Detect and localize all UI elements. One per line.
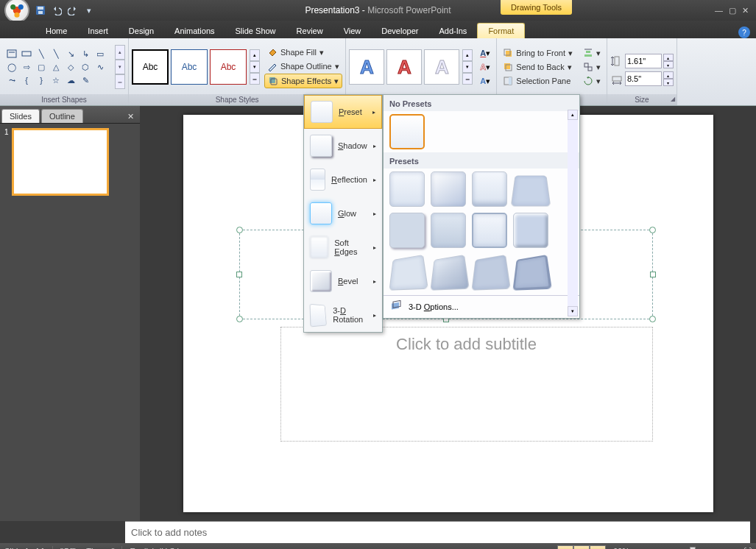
undo-icon[interactable] [50,4,63,17]
text-fill-button[interactable]: A▾ [477,46,493,60]
preset-10[interactable] [430,255,469,291]
shape-connector-icon[interactable]: ↳ [78,47,93,60]
notes-pane[interactable]: Click to add notes [125,521,750,543]
wa-swatch-3[interactable]: A [424,49,459,85]
shape-arrow-icon[interactable]: ↘ [63,47,78,60]
preset-4[interactable] [511,175,551,206]
text-effects-button[interactable]: A▾ [477,74,493,88]
shape-brace2-icon[interactable]: } [34,74,49,87]
style-swatch-3[interactable]: Abc [210,49,247,85]
panel-tab-outline[interactable]: Outline [41,109,83,123]
wa-swatch-1[interactable]: A [349,49,384,85]
shape-curve1-icon[interactable]: ∿ [93,60,107,74]
preset-6[interactable] [431,213,466,248]
sorter-view-button[interactable]: ▤ [573,545,590,549]
height-input[interactable] [625,54,662,68]
panel-tab-slides[interactable]: Slides [1,109,40,123]
close-icon[interactable]: ✕ [742,6,749,15]
help-icon[interactable]: ? [738,26,750,38]
tab-format[interactable]: Format [477,23,525,38]
shape-oval-icon[interactable]: ◯ [4,60,19,74]
fx-3d-rotation[interactable]: 3-D Rotation▸ [304,298,382,332]
resize-handle[interactable] [236,227,243,233]
tab-insert[interactable]: Insert [77,24,119,38]
chevron-up-icon[interactable]: ▴ [250,49,260,61]
preset-1[interactable] [389,171,425,207]
tab-addins[interactable]: Add-Ins [428,24,477,38]
style-gallery-scroll[interactable]: ▴ ▾ ═ [250,49,260,85]
shapes-gallery-scroll[interactable]: ▴ ▾ ═ [115,45,125,89]
dialog-launcher-icon[interactable]: ◢ [671,96,675,102]
preset-7[interactable] [472,213,507,248]
shape-style-gallery[interactable]: Abc Abc Abc [132,49,247,85]
resize-handle[interactable] [236,316,243,322]
fx-preset[interactable]: Preset▸ [304,95,382,129]
group-button[interactable]: ▾ [580,60,604,74]
preset-5[interactable] [389,213,425,248]
preset-none[interactable] [389,114,425,149]
shape-brace-icon[interactable]: { [19,74,34,87]
preset-12[interactable] [512,255,551,291]
gallery-more-icon[interactable]: ═ [115,74,125,89]
gallery-more-icon[interactable]: ═ [250,73,260,85]
restore-icon[interactable]: ▢ [729,6,736,15]
office-button[interactable] [4,0,29,23]
rotate-button[interactable]: ▾ [580,74,604,88]
tab-developer[interactable]: Developer [371,24,428,38]
resize-handle[interactable] [649,316,656,322]
shape-textbox2-icon[interactable] [19,47,34,60]
text-outline-button[interactable]: A▾ [477,60,493,74]
shape-triangle-icon[interactable]: △ [49,60,63,74]
slideshow-view-button[interactable]: ▣ [590,545,606,549]
tab-review[interactable]: Review [286,24,333,38]
flyout-scrollbar[interactable]: ▴ ▾ [568,110,578,316]
shape-line2-icon[interactable]: ╲ [49,47,63,60]
tab-view[interactable]: View [333,24,372,38]
chevron-up-icon[interactable]: ▴ [568,110,578,120]
preset-3[interactable] [472,171,507,207]
preset-3d-options[interactable]: 3-D Options... [384,295,579,318]
chevron-down-icon[interactable]: ▾ [250,61,260,73]
wa-swatch-2[interactable]: A [386,49,422,85]
slide-thumbnail-1[interactable]: 1 [4,128,135,196]
style-swatch-1[interactable]: Abc [132,49,169,85]
shape-textbox-icon[interactable] [4,47,19,60]
subtitle-placeholder[interactable]: Click to add subtitle [280,327,653,442]
tab-slideshow[interactable]: Slide Show [225,24,286,38]
preset-11[interactable] [471,255,510,291]
shape-callout-icon[interactable]: ☁ [63,74,78,87]
shape-effects-button[interactable]: Shape Effects ▾ [264,74,342,88]
send-to-back-button[interactable]: Send to Back ▾ [500,60,576,74]
panel-close-icon[interactable]: ✕ [126,110,135,123]
shape-rarrow-icon[interactable]: ⇨ [19,60,34,74]
shape-line-icon[interactable]: ╲ [34,47,49,60]
resize-handle[interactable] [649,227,656,233]
shape-diamond-icon[interactable]: ◇ [63,60,78,74]
shape-hex-icon[interactable]: ⬡ [78,60,93,74]
preset-2[interactable] [431,171,466,207]
selection-pane-button[interactable]: Selection Pane [500,74,576,88]
chevron-down-icon[interactable]: ▾ [568,306,578,316]
chevron-down-icon[interactable]: ▾ [115,60,125,74]
wa-gallery-scroll[interactable]: ▴ ▾ ═ [462,49,473,85]
height-spinner[interactable]: ▴▾ [663,54,674,68]
chevron-up-icon[interactable]: ▴ [115,45,125,60]
shape-curve2-icon[interactable]: ⤳ [4,74,19,87]
chevron-down-icon[interactable]: ▾ [462,61,473,73]
tab-design[interactable]: Design [119,24,164,38]
redo-icon[interactable] [66,4,80,17]
width-input[interactable] [625,71,662,86]
fx-reflection[interactable]: Reflection▸ [304,163,382,196]
bring-to-front-button[interactable]: Bring to Front ▾ [500,46,576,60]
fx-soft-edges[interactable]: Soft Edges▸ [304,230,382,264]
preset-9[interactable] [389,255,428,291]
tab-home[interactable]: Home [35,24,77,38]
chevron-up-icon[interactable]: ▴ [462,49,473,61]
width-spinner[interactable]: ▴▾ [663,71,674,86]
resize-handle[interactable] [650,272,656,277]
shape-outline-button[interactable]: Shape Outline ▾ [264,60,342,73]
shape-roundrect-icon[interactable]: ▢ [34,60,49,74]
wordart-gallery[interactable]: A A A [349,49,459,85]
shape-rect-icon[interactable]: ▭ [93,47,107,60]
gallery-more-icon[interactable]: ═ [462,73,473,85]
